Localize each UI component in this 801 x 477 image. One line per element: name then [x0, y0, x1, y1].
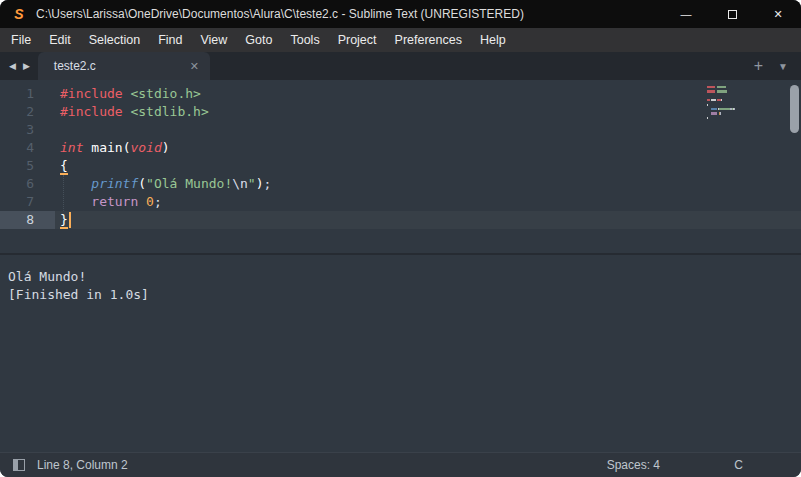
menu-item-selection[interactable]: Selection [80, 28, 149, 52]
code-token: ( [138, 176, 146, 191]
code-token [138, 194, 146, 209]
tab-close-icon[interactable]: ✕ [190, 60, 199, 73]
minimize-button[interactable]: — [663, 0, 709, 28]
text-caret [69, 212, 71, 228]
tab-nav: ◀ ▶ [0, 52, 38, 80]
menu-item-project[interactable]: Project [329, 28, 386, 52]
code-token [60, 194, 91, 209]
new-tab-icon[interactable]: + [754, 57, 763, 75]
indentation-setting[interactable]: Spaces: 4 [607, 458, 660, 472]
indent-guide [63, 175, 64, 211]
line-number: 5 [0, 157, 55, 175]
tab-bar: ◀ ▶ teste2.c ✕ + ▼ [0, 52, 801, 80]
menu-item-edit[interactable]: Edit [40, 28, 80, 52]
minimap-line [707, 104, 708, 106]
code-token: ; [154, 194, 162, 209]
minimap-line [707, 99, 710, 101]
minimap-line [719, 108, 731, 110]
minimap-line [717, 86, 727, 88]
menu-item-goto[interactable]: Goto [236, 28, 281, 52]
next-tab-icon[interactable]: ▶ [23, 61, 30, 71]
syntax-setting[interactable]: C [734, 458, 743, 472]
code-token: #include [60, 104, 123, 119]
minimap-line [707, 117, 708, 119]
code-token: return [91, 194, 138, 209]
code-token: #include [60, 86, 123, 101]
sublime-logo-icon: S [11, 6, 27, 22]
code-token: } [60, 212, 68, 229]
close-icon: ✕ [773, 8, 782, 21]
minimap-line [721, 99, 722, 101]
menu-item-help[interactable]: Help [471, 28, 515, 52]
maximize-icon [728, 10, 737, 19]
line-number-gutter: 12345678 [0, 80, 55, 253]
code-token: printf [91, 176, 138, 191]
code-line-5[interactable]: { [55, 157, 801, 175]
title-bar: S C:\Users\Larissa\OneDrive\Documentos\A… [0, 0, 801, 28]
code-token: \n [232, 176, 248, 191]
code-token [60, 176, 91, 191]
code-token: main [91, 140, 122, 155]
minimap-line [734, 108, 735, 110]
code-token: { [60, 158, 68, 175]
build-output-panel: Olá Mundo![Finished in 1.0s] [0, 253, 801, 452]
code-token: <stdlib.h> [130, 104, 208, 119]
menu-bar: FileEditSelectionFindViewGotoToolsProjec… [0, 28, 801, 52]
line-number: 2 [0, 103, 55, 121]
line-number: 4 [0, 139, 55, 157]
tab-teste2c[interactable]: teste2.c ✕ [38, 52, 210, 80]
prev-tab-icon[interactable]: ◀ [9, 61, 16, 71]
output-line: [Finished in 1.0s] [8, 286, 801, 304]
minimize-icon: — [681, 8, 692, 20]
line-number: 8 [0, 211, 55, 229]
tab-label: teste2.c [54, 59, 96, 73]
code-line-3[interactable] [55, 121, 801, 139]
sublime-window: S C:\Users\Larissa\OneDrive\Documentos\A… [0, 0, 801, 477]
code-line-1[interactable]: #include <stdio.h> [55, 85, 801, 103]
editor-area[interactable]: 12345678 #include <stdio.h>#include <std… [0, 80, 801, 253]
tab-list-icon[interactable]: ▼ [778, 61, 788, 72]
minimap-line [717, 90, 728, 92]
code-line-8[interactable]: } [55, 211, 801, 229]
minimap[interactable] [707, 86, 787, 146]
code-view[interactable]: #include <stdio.h>#include <stdlib.h>int… [55, 80, 801, 253]
minimap-line [720, 112, 721, 114]
window-title: C:\Users\Larissa\OneDrive\Documentos\Alu… [36, 7, 524, 21]
code-token: ) [256, 176, 264, 191]
code-token: ; [264, 176, 272, 191]
minimap-line [707, 86, 715, 88]
code-line-4[interactable]: int main(void) [55, 139, 801, 157]
menu-item-view[interactable]: View [191, 28, 236, 52]
menu-item-find[interactable]: Find [149, 28, 191, 52]
code-token: <stdio.h> [130, 86, 200, 101]
vertical-scrollbar[interactable] [790, 85, 799, 133]
code-line-2[interactable]: #include <stdlib.h> [55, 103, 801, 121]
code-token: " [248, 176, 256, 191]
code-line-6[interactable]: printf("Olá Mundo!\n"); [55, 175, 801, 193]
tab-actions: + ▼ [754, 52, 801, 80]
line-number: 7 [0, 193, 55, 211]
code-token: void [130, 140, 161, 155]
line-number: 6 [0, 175, 55, 193]
menu-item-preferences[interactable]: Preferences [386, 28, 471, 52]
close-button[interactable]: ✕ [755, 0, 801, 28]
code-token: int [60, 140, 83, 155]
maximize-button[interactable] [709, 0, 755, 28]
panel-toggle-icon[interactable] [13, 459, 25, 471]
minimap-line [711, 112, 717, 114]
menu-item-file[interactable]: File [2, 28, 40, 52]
status-bar: Line 8, Column 2 Spaces: 4 C [0, 452, 801, 477]
cursor-position[interactable]: Line 8, Column 2 [37, 458, 128, 472]
menu-item-tools[interactable]: Tools [281, 28, 328, 52]
code-token: ) [162, 140, 170, 155]
line-number: 3 [0, 121, 55, 139]
minimap-line [707, 90, 715, 92]
window-controls: — ✕ [663, 0, 801, 28]
code-token: "Olá Mundo! [146, 176, 232, 191]
code-token: 0 [146, 194, 154, 209]
output-line: Olá Mundo! [8, 268, 801, 286]
code-line-7[interactable]: return 0; [55, 193, 801, 211]
line-number: 1 [0, 85, 55, 103]
